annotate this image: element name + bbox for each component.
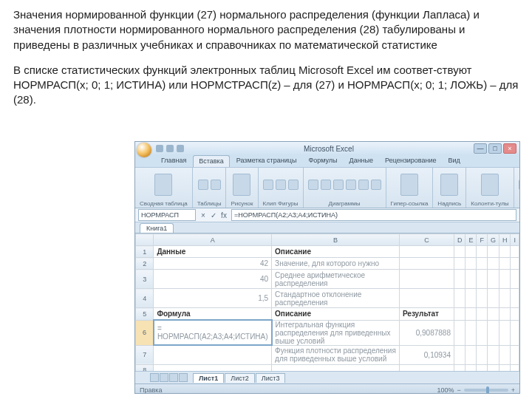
column-header[interactable]: H bbox=[499, 234, 511, 246]
cell[interactable] bbox=[466, 364, 477, 371]
ribbon-icon[interactable] bbox=[400, 174, 418, 196]
column-header[interactable]: E bbox=[466, 234, 477, 246]
column-header[interactable]: C bbox=[399, 234, 454, 246]
cell[interactable] bbox=[399, 289, 454, 308]
ribbon-tab[interactable]: Рецензирование bbox=[380, 155, 442, 167]
ribbon-icon[interactable] bbox=[440, 174, 458, 196]
cell[interactable] bbox=[477, 270, 488, 289]
cell[interactable] bbox=[466, 320, 477, 345]
cell[interactable] bbox=[454, 308, 466, 321]
formula-cancel-icon[interactable]: × bbox=[199, 211, 208, 219]
ribbon-icon[interactable] bbox=[358, 180, 369, 190]
minimize-button[interactable]: — bbox=[474, 143, 487, 154]
fx-icon[interactable]: fx bbox=[219, 211, 228, 219]
close-button[interactable]: × bbox=[503, 143, 516, 154]
zoom-slider[interactable] bbox=[464, 389, 508, 392]
ribbon-icon[interactable] bbox=[333, 180, 344, 190]
ribbon-icon[interactable] bbox=[288, 180, 299, 190]
cell[interactable] bbox=[487, 364, 499, 371]
ribbon-icon[interactable] bbox=[346, 180, 356, 190]
cell[interactable]: Стандартное отклонение распределения bbox=[272, 289, 400, 308]
cell[interactable]: Значение, для которого нужно bbox=[272, 258, 400, 270]
ribbon-icon[interactable] bbox=[198, 180, 208, 190]
cell[interactable]: Функция плотности распределения для прив… bbox=[272, 345, 400, 364]
cell[interactable]: Описание bbox=[272, 308, 400, 321]
ribbon-tab[interactable]: Главная bbox=[156, 155, 191, 167]
cell[interactable]: Среднее арифметическое распределения bbox=[272, 270, 400, 289]
cell[interactable] bbox=[487, 289, 499, 308]
cell[interactable] bbox=[154, 364, 272, 371]
ribbon-icon[interactable] bbox=[211, 180, 221, 190]
row-header[interactable]: 3 bbox=[136, 270, 154, 289]
row-header[interactable]: 4 bbox=[136, 289, 154, 308]
cell[interactable] bbox=[511, 270, 519, 289]
cell[interactable] bbox=[477, 320, 488, 345]
cell[interactable]: Результат bbox=[399, 308, 454, 321]
ribbon-icon[interactable] bbox=[321, 180, 331, 190]
cell[interactable] bbox=[399, 246, 454, 258]
cell[interactable] bbox=[477, 364, 488, 371]
cell[interactable] bbox=[466, 289, 477, 308]
row-header[interactable]: 6 bbox=[136, 320, 154, 345]
ribbon-icon[interactable] bbox=[519, 180, 520, 190]
cell[interactable] bbox=[466, 345, 477, 364]
sheet-tab[interactable]: Лист2 bbox=[225, 373, 255, 383]
row-header[interactable]: 2 bbox=[136, 258, 154, 270]
ribbon-icon[interactable] bbox=[481, 174, 499, 196]
cell[interactable] bbox=[477, 246, 488, 258]
cell[interactable] bbox=[454, 320, 466, 345]
workbook-tab[interactable]: Книга1 bbox=[140, 223, 174, 233]
cell[interactable] bbox=[466, 270, 477, 289]
quick-access-toolbar[interactable] bbox=[156, 145, 184, 152]
cell[interactable] bbox=[477, 308, 488, 321]
cell[interactable] bbox=[454, 364, 466, 371]
cell[interactable]: 0,10934 bbox=[399, 345, 454, 364]
ribbon-icon[interactable] bbox=[371, 180, 381, 190]
cell[interactable] bbox=[454, 246, 466, 258]
cell[interactable] bbox=[272, 364, 400, 371]
cell[interactable] bbox=[454, 270, 466, 289]
cell[interactable]: Интегральная функция распределения для п… bbox=[272, 320, 400, 345]
column-header[interactable]: F bbox=[477, 234, 488, 246]
cell[interactable] bbox=[499, 289, 511, 308]
cell[interactable] bbox=[499, 320, 511, 345]
zoom-control[interactable]: 100% −+ bbox=[437, 386, 515, 394]
office-button[interactable] bbox=[137, 143, 151, 157]
cell[interactable] bbox=[487, 320, 499, 345]
cell[interactable] bbox=[511, 364, 519, 371]
cell[interactable] bbox=[511, 320, 519, 345]
cell[interactable]: Формула bbox=[154, 308, 272, 321]
cell[interactable] bbox=[454, 345, 466, 364]
cell[interactable] bbox=[477, 289, 488, 308]
cell[interactable] bbox=[466, 308, 477, 321]
column-header[interactable]: B bbox=[272, 234, 400, 246]
cell[interactable] bbox=[499, 364, 511, 371]
column-header[interactable]: A bbox=[154, 234, 272, 246]
sheet-tab[interactable]: Лист3 bbox=[256, 373, 286, 383]
cell[interactable]: 40 bbox=[154, 270, 272, 289]
cell[interactable]: 42 bbox=[154, 258, 272, 270]
ribbon-tab[interactable]: Вид bbox=[443, 155, 466, 167]
cell[interactable] bbox=[511, 345, 519, 364]
cell[interactable] bbox=[499, 246, 511, 258]
cell[interactable] bbox=[511, 289, 519, 308]
cell[interactable] bbox=[454, 289, 466, 308]
cell[interactable] bbox=[399, 364, 454, 371]
cell[interactable] bbox=[511, 258, 519, 270]
ribbon-tab[interactable]: Разметка страницы bbox=[231, 155, 302, 167]
ribbon-icon[interactable] bbox=[154, 174, 172, 196]
sheet-tab[interactable]: Лист1 bbox=[193, 373, 224, 383]
cell[interactable] bbox=[499, 308, 511, 321]
ribbon-icon[interactable] bbox=[276, 180, 286, 190]
formula-enter-icon[interactable]: ✓ bbox=[209, 211, 218, 219]
cell[interactable] bbox=[154, 345, 272, 364]
ribbon-tab[interactable]: Вставка bbox=[193, 155, 229, 167]
cell[interactable] bbox=[499, 258, 511, 270]
cell[interactable] bbox=[399, 270, 454, 289]
row-header[interactable]: 1 bbox=[136, 246, 154, 258]
cell[interactable]: = НОРМРАСП(A2;A3;A4;ИСТИНА) bbox=[154, 320, 272, 345]
cell[interactable] bbox=[499, 270, 511, 289]
row-header[interactable]: 5 bbox=[136, 308, 154, 321]
ribbon-icon[interactable] bbox=[263, 180, 273, 190]
cell[interactable] bbox=[487, 308, 499, 321]
